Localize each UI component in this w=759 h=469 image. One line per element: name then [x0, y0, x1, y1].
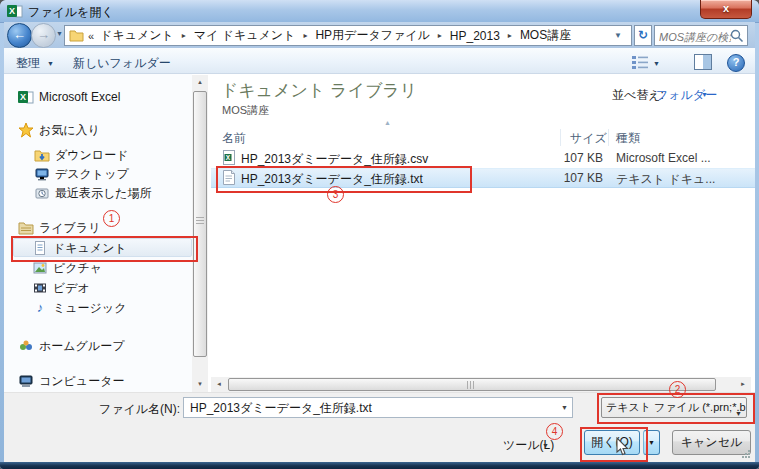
column-header-name[interactable]: 名前: [222, 130, 246, 147]
svg-text:X: X: [20, 92, 26, 102]
svg-text:X: X: [9, 6, 15, 16]
window-title: ファイルを開く: [28, 4, 114, 21]
music-note-icon: ♪: [32, 300, 48, 316]
breadcrumb-separator-icon: ▸: [432, 31, 448, 40]
sidebar-item-label: デスクトップ: [55, 166, 129, 183]
back-button[interactable]: ←: [7, 23, 32, 48]
column-separator[interactable]: [560, 129, 561, 146]
scroll-down-icon[interactable]: ▼: [192, 377, 208, 392]
recent-places-icon: [34, 185, 50, 201]
annotation-rect-documents: [11, 236, 198, 262]
address-dropdown-icon[interactable]: ▼: [614, 31, 622, 40]
annotation-circle-4: 4: [546, 423, 563, 440]
cancel-button[interactable]: キャンセル: [672, 430, 751, 455]
new-folder-button[interactable]: 新しいフォルダー: [73, 55, 171, 72]
search-box[interactable]: [654, 25, 748, 46]
svg-text:X: X: [226, 154, 231, 161]
file-type: テキスト ドキュ...: [616, 171, 715, 188]
column-header-size[interactable]: サイズ: [570, 130, 607, 147]
scrollbar-grip: [470, 381, 471, 389]
library-title: ドキュメント ライブラリ: [221, 79, 417, 102]
help-icon[interactable]: ?: [727, 54, 745, 72]
sidebar-scrollbar-thumb[interactable]: [193, 91, 207, 357]
column-separator[interactable]: [608, 129, 609, 146]
horizontal-scrollbar-thumb[interactable]: [228, 378, 716, 391]
sidebar-item-recent-places[interactable]: 最近表示した場所: [34, 184, 152, 202]
sidebar-item-label: ダウンロード: [55, 147, 128, 164]
breadcrumb-item[interactable]: ドキュメント: [98, 27, 176, 44]
search-input[interactable]: [657, 27, 733, 46]
organize-dropdown-icon: ▼: [47, 60, 54, 67]
scroll-up-icon[interactable]: ▲: [192, 75, 208, 90]
sidebar-item-libraries[interactable]: ライブラリ: [18, 219, 100, 237]
annotation-circle-1: 1: [103, 210, 120, 227]
arrange-by-value[interactable]: フォルダー: [656, 87, 717, 104]
star-icon: [18, 122, 34, 138]
sidebar-item-favorites[interactable]: お気に入り: [18, 121, 100, 139]
annotation-rect-open-button: [580, 427, 648, 462]
computer-icon: [18, 373, 34, 389]
scroll-left-icon[interactable]: ◄: [211, 377, 227, 392]
sidebar-item-label: ピクチャ: [53, 260, 102, 277]
libraries-icon: [18, 220, 34, 236]
filename-input[interactable]: [188, 400, 552, 417]
sidebar-item-label: ホームグループ: [39, 338, 124, 355]
sidebar-item-downloads[interactable]: ダウンロード: [34, 146, 128, 164]
resize-grip[interactable]: [741, 449, 751, 459]
organize-button[interactable]: 整理: [16, 55, 40, 72]
sidebar-item-label: ビデオ: [53, 280, 90, 297]
search-icon: [730, 29, 744, 46]
breadcrumb-separator-icon: ▸: [297, 31, 313, 40]
recent-pages-dropdown-icon[interactable]: ▼: [56, 30, 63, 37]
breadcrumb[interactable]: « ドキュメント▸マイ ドキュメント▸HP用データファイル▸HP_2013▸MO…: [64, 25, 632, 46]
library-subtitle: MOS講座: [222, 103, 269, 118]
breadcrumb-separator-icon: ▸: [176, 31, 192, 40]
open-file-dialog: X ファイルを開く x ← → ▼ « ドキュメント▸マイ ドキュメント▸HP用…: [0, 0, 759, 469]
downloads-folder-icon: [34, 147, 50, 163]
annotation-circle-3: 3: [327, 186, 344, 203]
breadcrumb-separator-icon: ▸: [502, 31, 518, 40]
arrange-dropdown-icon[interactable]: ▼: [701, 91, 708, 98]
videos-icon: [32, 280, 48, 296]
annotation-circle-2: 2: [669, 381, 686, 398]
sidebar-item-computer[interactable]: コンピューター: [18, 372, 124, 390]
preview-pane-icon[interactable]: [694, 54, 712, 73]
breadcrumb-overflow[interactable]: «: [84, 30, 98, 42]
sort-ascending-icon: ▲: [384, 119, 391, 126]
title-bar: [0, 0, 759, 23]
sidebar-item-microsoft-excel[interactable]: X Microsoft Excel: [18, 88, 120, 106]
sidebar-item-label: お気に入り: [39, 122, 100, 139]
refresh-icon[interactable]: ↻: [634, 25, 652, 46]
breadcrumb-item[interactable]: マイ ドキュメント: [192, 27, 298, 44]
sidebar-item-label: ミュージック: [53, 300, 126, 317]
views-dropdown-icon[interactable]: ▼: [653, 60, 660, 67]
column-header-type[interactable]: 種類: [616, 130, 640, 147]
sidebar-item-homegroup[interactable]: ホームグループ: [18, 337, 124, 355]
mouse-cursor: [615, 437, 629, 460]
file-size: 107 KB: [540, 151, 603, 165]
close-button[interactable]: x: [700, 0, 752, 19]
tools-dropdown-icon[interactable]: ▼: [542, 442, 549, 449]
window-bottom-border: [0, 462, 759, 469]
scroll-right-icon[interactable]: ►: [735, 377, 751, 392]
breadcrumb-item[interactable]: HP用データファイル: [313, 27, 431, 44]
sidebar-item-desktop[interactable]: デスクトップ: [34, 165, 129, 183]
forward-button[interactable]: →: [31, 23, 56, 48]
excel-app-icon: X: [7, 3, 23, 19]
filename-combobox[interactable]: ▼: [183, 397, 573, 418]
sidebar-item-music[interactable]: ♪ ミュージック: [32, 299, 126, 317]
filename-dropdown-icon[interactable]: ▼: [561, 404, 568, 411]
file-size: 107 KB: [540, 171, 603, 185]
sidebar-item-label: Microsoft Excel: [39, 90, 120, 104]
breadcrumb-item[interactable]: HP_2013: [448, 29, 502, 43]
file-type: Microsoft Excel ...: [616, 151, 711, 165]
views-icon[interactable]: [631, 55, 649, 72]
sidebar-item-label: ライブラリ: [39, 220, 100, 237]
sidebar-item-label: 最近表示した場所: [55, 185, 152, 202]
filename-label: ファイル名(N):: [90, 401, 180, 418]
breadcrumb-item[interactable]: MOS講座: [518, 27, 573, 44]
sidebar-item-videos[interactable]: ビデオ: [32, 279, 90, 297]
pictures-icon: [32, 260, 48, 276]
sidebar-item-label: コンピューター: [39, 373, 124, 390]
folder-icon: [69, 28, 84, 44]
